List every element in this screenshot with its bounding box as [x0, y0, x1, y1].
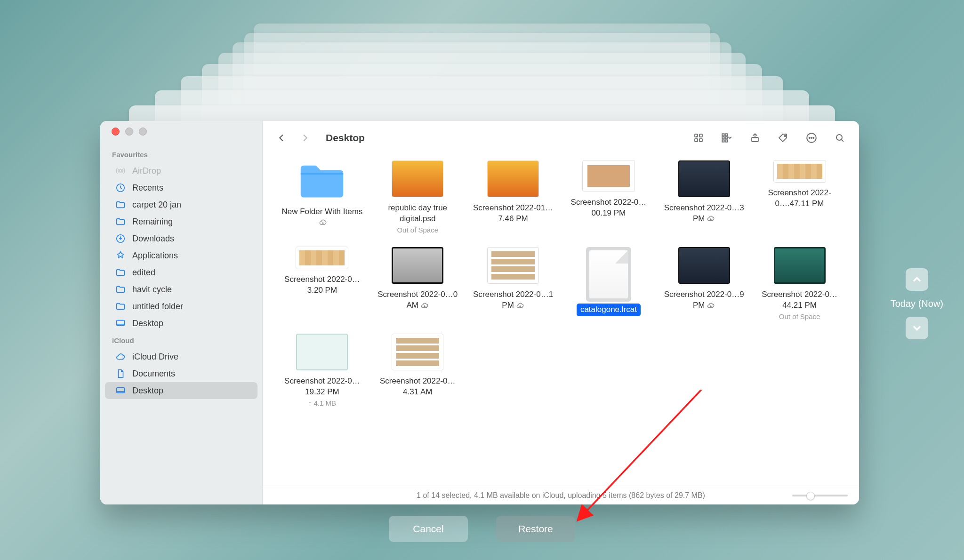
sidebar-item-downloads[interactable]: Downloads [105, 230, 257, 247]
file-thumbnail [774, 247, 826, 284]
file-thumbnail [583, 160, 635, 192]
airdrop-icon [115, 166, 126, 176]
svg-rect-10 [722, 137, 724, 139]
file-name: Screenshot 2022-0…4.31 AM [373, 376, 462, 398]
search-button[interactable] [833, 131, 847, 145]
file-name: Screenshot 2022-0…00.19 PM [564, 197, 653, 219]
restore-button[interactable]: Restore [496, 516, 575, 542]
sidebar-item-desktop[interactable]: Desktop [105, 315, 257, 332]
toolbar: Desktop [263, 121, 859, 155]
file-thumbnail [774, 160, 826, 182]
applications-icon [115, 250, 126, 261]
icon-size-slider[interactable] [792, 495, 848, 496]
file-item[interactable]: New Folder With Items [276, 160, 369, 235]
file-thumbnail [678, 160, 730, 197]
sidebar-item-edited[interactable]: edited [105, 264, 257, 281]
svg-rect-4 [117, 388, 125, 393]
sidebar-section-favourites: Favourites [100, 146, 262, 162]
timeline-prev-button[interactable] [906, 268, 928, 291]
document-icon [115, 368, 126, 379]
sidebar-item-label: havit cycle [132, 285, 172, 295]
file-subtext: Out of Space [397, 225, 438, 235]
svg-rect-9 [722, 134, 724, 136]
file-name: Screenshot 2022-0…0 AM [373, 289, 462, 311]
file-thumbnail [392, 247, 443, 284]
cloud-icon [115, 352, 126, 362]
forward-button[interactable] [298, 131, 312, 144]
timeline-label: Today (Now) [891, 298, 943, 309]
sidebar-item-label: Desktop [132, 319, 163, 328]
sidebar-item-remaining[interactable]: Remaining [105, 213, 257, 230]
tags-button[interactable] [776, 131, 790, 145]
file-name: Screenshot 2022-0…1 PM [468, 289, 558, 311]
folder-icon [115, 267, 126, 278]
file-item[interactable]: Screenshot 2022-0…3.20 PM [276, 247, 369, 321]
file-item[interactable]: Screenshot 2022-0…0 AM [371, 247, 464, 321]
sidebar-item-icloud-drive[interactable]: iCloud Drive [105, 348, 257, 365]
sidebar-item-recents[interactable]: Recents [105, 179, 257, 196]
download-icon [115, 233, 126, 244]
back-button[interactable] [275, 131, 288, 144]
sidebar-item-label: iCloud Drive [132, 352, 178, 362]
group-by-button[interactable] [720, 131, 734, 145]
sidebar-item-carpet[interactable]: carpet 20 jan [105, 196, 257, 213]
file-item[interactable]: Screenshot 2022-0…00.19 PM [562, 160, 655, 235]
file-name: Screenshot 2022-0…3 PM [659, 203, 749, 224]
file-item[interactable]: Screenshot 2022-0…4.31 AM [371, 334, 464, 408]
sidebar-item-documents[interactable]: Documents [105, 365, 257, 382]
folder-icon [115, 200, 126, 210]
file-thumbnail [296, 247, 348, 269]
file-item[interactable]: Screenshot 2022-0…44.21 PMOut of Space [753, 247, 846, 321]
zoom-window-button[interactable] [139, 128, 147, 136]
sidebar-item-label: Documents [132, 369, 175, 379]
file-thumbnail [392, 160, 443, 197]
svg-rect-12 [725, 134, 727, 136]
sidebar-section-icloud: iCloud [100, 332, 262, 348]
file-item[interactable]: Screenshot 2022-0…19.32 PM↑ 4.1 MB [276, 334, 369, 408]
view-icons-button[interactable] [691, 131, 706, 145]
sidebar-item-havit[interactable]: havit cycle [105, 281, 257, 298]
sidebar-item-label: Applications [132, 251, 178, 261]
timeline-nav: Today (Now) [891, 268, 943, 339]
sidebar-item-applications[interactable]: Applications [105, 247, 257, 264]
file-item[interactable]: Screenshot 2022-0…1 PM [467, 247, 560, 321]
file-thumbnail [487, 247, 539, 284]
bottom-buttons: Cancel Restore [389, 516, 575, 542]
file-name: Screenshot 2022-0….47.11 PM [755, 188, 844, 209]
sidebar: Favourites AirDrop Recents carpet 20 jan… [100, 121, 263, 504]
svg-point-19 [811, 137, 812, 138]
sidebar-item-airdrop[interactable]: AirDrop [105, 162, 257, 179]
timeline-next-button[interactable] [906, 317, 928, 339]
more-button[interactable] [804, 131, 819, 145]
sidebar-item-label: AirDrop [132, 166, 161, 176]
file-thumbnail [392, 334, 443, 370]
file-item[interactable]: Screenshot 2022-01…7.46 PM [467, 160, 560, 235]
sidebar-item-desktop-icloud[interactable]: Desktop [105, 382, 257, 399]
file-thumbnail [487, 160, 539, 197]
sidebar-item-untitled[interactable]: untitled folder [105, 298, 257, 315]
share-button[interactable] [748, 131, 762, 145]
svg-point-20 [813, 137, 814, 138]
window-title: Desktop [326, 132, 365, 144]
svg-rect-8 [699, 139, 702, 142]
file-name: republic day true digital.psd [373, 203, 462, 224]
cloud-download-icon [707, 302, 715, 310]
file-item[interactable]: Screenshot 2022-0…3 PM [658, 160, 750, 235]
close-window-button[interactable] [112, 128, 120, 136]
svg-rect-13 [725, 137, 727, 139]
main-pane: Desktop New Folder With Itemsrepublic da… [263, 121, 859, 504]
svg-point-18 [809, 137, 810, 138]
sidebar-item-label: Desktop [132, 386, 163, 396]
sidebar-item-label: carpet 20 jan [132, 200, 181, 210]
sidebar-item-label: untitled folder [132, 302, 183, 312]
file-item[interactable]: Screenshot 2022-0….47.11 PM [753, 160, 846, 235]
file-item[interactable]: republic day true digital.psdOut of Spac… [371, 160, 464, 235]
cancel-button[interactable]: Cancel [389, 516, 468, 542]
folder-icon [115, 284, 126, 295]
file-thumbnail [296, 334, 348, 370]
document-icon [586, 247, 631, 302]
file-item-selected[interactable]: catalogone.lrcat [562, 247, 655, 321]
minimize-window-button[interactable] [125, 128, 133, 136]
sidebar-item-label: Remaining [132, 217, 173, 227]
file-item[interactable]: Screenshot 2022-0…9 PM [658, 247, 750, 321]
